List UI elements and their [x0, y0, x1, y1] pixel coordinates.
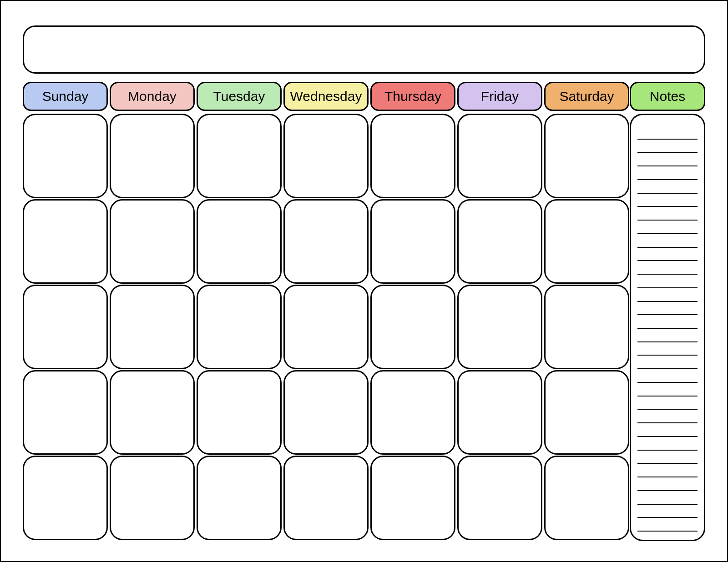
- calendar-cell[interactable]: [370, 285, 455, 369]
- note-line[interactable]: [637, 248, 698, 261]
- calendar-cell[interactable]: [370, 456, 455, 540]
- calendar-cell[interactable]: [544, 199, 629, 284]
- calendar-cell[interactable]: [370, 114, 455, 198]
- calendar-cell[interactable]: [110, 370, 195, 455]
- day-header-monday: Monday: [110, 82, 195, 111]
- calendar-cell[interactable]: [283, 199, 369, 284]
- day-header-tuesday: Tuesday: [197, 82, 282, 111]
- note-line[interactable]: [637, 180, 698, 194]
- note-line[interactable]: [637, 410, 698, 423]
- calendar-cell[interactable]: [283, 370, 369, 455]
- note-line[interactable]: [637, 194, 698, 207]
- note-line[interactable]: [637, 221, 698, 234]
- day-header-saturday: Saturday: [544, 82, 629, 111]
- calendar-cell[interactable]: [23, 285, 108, 369]
- calendar-cell[interactable]: [283, 456, 369, 540]
- calendar-cell[interactable]: [23, 114, 108, 198]
- note-line[interactable]: [637, 329, 698, 342]
- calendar-cell[interactable]: [23, 199, 108, 284]
- calendar-grid: [23, 114, 630, 541]
- note-line[interactable]: [637, 288, 698, 302]
- calendar-cell[interactable]: [544, 285, 629, 369]
- note-line[interactable]: [637, 275, 698, 288]
- day-header-wednesday: Wednesday: [283, 82, 369, 111]
- note-line[interactable]: [637, 342, 698, 356]
- calendar-cell[interactable]: [370, 370, 455, 455]
- note-line[interactable]: [637, 234, 698, 248]
- calendar-cell[interactable]: [110, 285, 195, 369]
- note-line[interactable]: [637, 518, 698, 532]
- calendar-page: Sunday Monday Tuesday Wednesday Thursday…: [0, 0, 728, 562]
- notes-header: Notes: [630, 82, 705, 111]
- note-line[interactable]: [637, 302, 698, 316]
- calendar-cell[interactable]: [283, 285, 369, 369]
- calendar-cell[interactable]: [197, 456, 282, 540]
- calendar-cell[interactable]: [23, 370, 108, 455]
- note-line[interactable]: [637, 369, 698, 383]
- calendar-row: [23, 114, 630, 199]
- calendar-row: [23, 370, 630, 456]
- note-line[interactable]: [637, 315, 698, 329]
- calendar-cell[interactable]: [110, 199, 195, 284]
- calendar-cell[interactable]: [197, 285, 282, 369]
- day-header-sunday: Sunday: [23, 82, 108, 111]
- calendar-column: Sunday Monday Tuesday Wednesday Thursday…: [23, 82, 630, 541]
- note-line[interactable]: [637, 207, 698, 221]
- calendar-cell[interactable]: [457, 199, 542, 284]
- note-line[interactable]: [637, 464, 698, 477]
- note-line[interactable]: [637, 356, 698, 369]
- note-line[interactable]: [637, 166, 698, 180]
- day-headers: Sunday Monday Tuesday Wednesday Thursday…: [23, 82, 630, 111]
- note-line[interactable]: [637, 423, 698, 437]
- calendar-cell[interactable]: [544, 370, 629, 455]
- note-line[interactable]: [637, 261, 698, 275]
- calendar-cell[interactable]: [197, 114, 282, 198]
- calendar-cell[interactable]: [370, 199, 455, 284]
- calendar-cell[interactable]: [457, 456, 542, 540]
- notes-body[interactable]: [630, 114, 705, 541]
- note-line[interactable]: [637, 491, 698, 505]
- note-line[interactable]: [637, 396, 698, 410]
- note-line[interactable]: [637, 383, 698, 396]
- note-line[interactable]: [637, 140, 698, 153]
- note-line[interactable]: [637, 451, 698, 464]
- notes-column: Notes: [630, 82, 705, 541]
- calendar-row: [23, 456, 630, 541]
- note-line[interactable]: [637, 437, 698, 451]
- note-line[interactable]: [637, 126, 698, 140]
- title-box[interactable]: [23, 25, 705, 74]
- calendar-cell[interactable]: [110, 456, 195, 540]
- calendar-cell[interactable]: [110, 114, 195, 198]
- calendar-cell[interactable]: [457, 285, 542, 369]
- calendar-row: [23, 199, 630, 285]
- calendar-cell[interactable]: [544, 114, 629, 198]
- calendar-cell[interactable]: [457, 114, 542, 198]
- note-line[interactable]: [637, 477, 698, 491]
- calendar-row: [23, 285, 630, 370]
- note-line[interactable]: [637, 153, 698, 166]
- calendar-cell[interactable]: [544, 456, 629, 540]
- calendar-cell[interactable]: [197, 199, 282, 284]
- note-line[interactable]: [637, 505, 698, 518]
- calendar-cell[interactable]: [197, 370, 282, 455]
- content: Sunday Monday Tuesday Wednesday Thursday…: [23, 82, 705, 541]
- calendar-cell[interactable]: [457, 370, 542, 455]
- day-header-friday: Friday: [457, 82, 542, 111]
- calendar-cell[interactable]: [23, 456, 108, 540]
- day-header-thursday: Thursday: [370, 82, 455, 111]
- calendar-cell[interactable]: [283, 114, 369, 198]
